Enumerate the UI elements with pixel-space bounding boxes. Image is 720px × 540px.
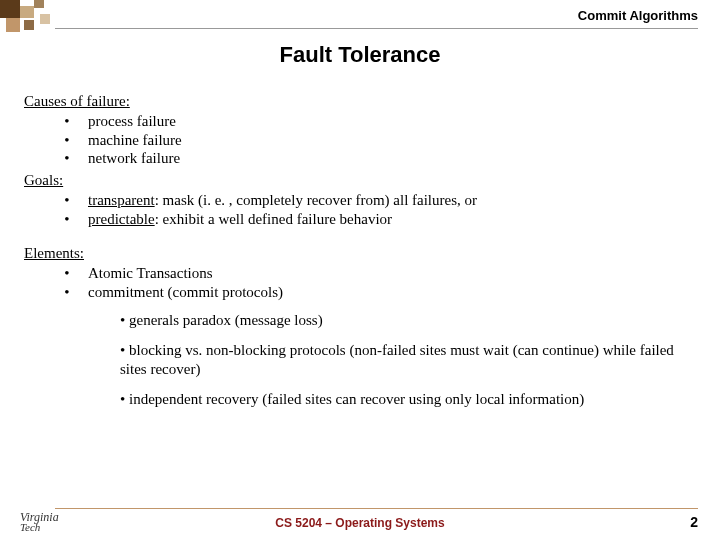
footer-rule <box>55 508 698 509</box>
footer: Virginia Tech CS 5204 – Operating System… <box>0 508 720 540</box>
list-item: • generals paradox (message loss) <box>120 311 690 329</box>
list-item: • independent recovery (failed sites can… <box>120 390 690 408</box>
list-item: •commitment (commit protocols) <box>64 283 690 301</box>
list-item: •process failure <box>64 112 690 130</box>
slide-title: Fault Tolerance <box>0 42 720 68</box>
footer-course: CS 5204 – Operating Systems <box>0 516 720 530</box>
list-item: •Atomic Transactions <box>64 264 690 282</box>
header-ornament <box>0 0 55 40</box>
header-label: Commit Algorithms <box>578 8 698 23</box>
list-item: • predictable: exhibit a well defined fa… <box>64 210 690 228</box>
list-item: • transparent: mask (i. e. , completely … <box>64 191 690 209</box>
page-number: 2 <box>690 514 698 530</box>
causes-list: •process failure •machine failure •netwo… <box>24 112 690 167</box>
list-item: • blocking vs. non-blocking protocols (n… <box>120 341 690 378</box>
causes-heading: Causes of failure: <box>24 92 690 110</box>
elements-heading: Elements: <box>24 244 690 262</box>
elements-list: •Atomic Transactions •commitment (commit… <box>24 264 690 301</box>
goals-list: • transparent: mask (i. e. , completely … <box>24 191 690 228</box>
list-item: •network failure <box>64 149 690 167</box>
content-area: Causes of failure: •process failure •mac… <box>24 88 690 420</box>
list-item: •machine failure <box>64 131 690 149</box>
elements-sublist: • generals paradox (message loss) • bloc… <box>24 311 690 408</box>
goals-heading: Goals: <box>24 171 690 189</box>
header-rule <box>55 28 698 29</box>
